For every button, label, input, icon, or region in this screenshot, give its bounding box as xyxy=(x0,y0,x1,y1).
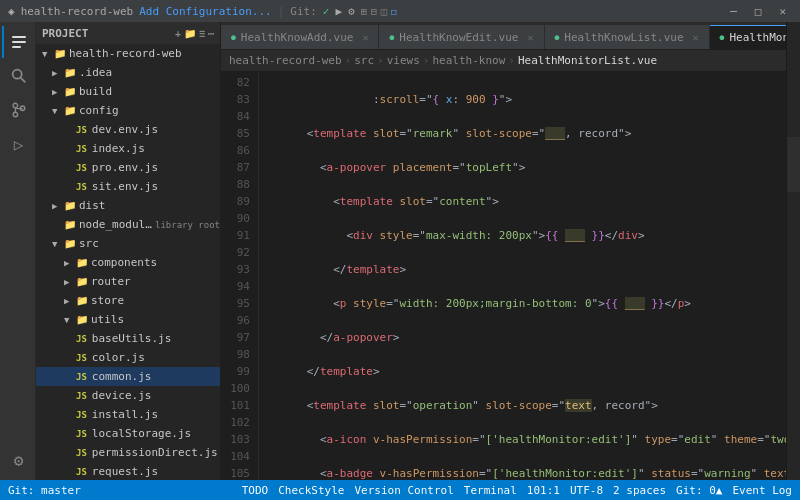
svg-rect-2 xyxy=(12,46,21,48)
tool-icon-3[interactable]: ◫ xyxy=(381,6,387,17)
version-control-status[interactable]: Version Control xyxy=(354,484,453,497)
event-log-status[interactable]: Event Log xyxy=(732,484,792,497)
tree-device[interactable]: JS device.js xyxy=(36,386,220,405)
tree-dev-env[interactable]: JS dev.env.js xyxy=(36,120,220,139)
svg-rect-0 xyxy=(12,36,26,38)
sidebar-header: PROJECT + 📁 ≡ ⋯ xyxy=(36,22,220,44)
tab-healthmonitor-list[interactable]: ● HealthMonitorList.vue ✕ xyxy=(710,25,786,49)
project-name: health-record-web xyxy=(21,5,134,18)
minimap-panel xyxy=(786,22,800,480)
tree-install[interactable]: JS install.js xyxy=(36,405,220,424)
code-viewport[interactable]: 8283848586 8788899091 9293949596 9798991… xyxy=(221,72,786,480)
tree-baseutils[interactable]: JS baseUtils.js xyxy=(36,329,220,348)
tree-common[interactable]: JS common.js xyxy=(36,367,220,386)
tree-build[interactable]: ▶ 📁 build xyxy=(36,82,220,101)
tab-healthknow-edit[interactable]: ● HealthKnowEdit.vue ✕ xyxy=(379,25,544,49)
cursor-position[interactable]: 101:1 xyxy=(527,484,560,497)
git-changes[interactable]: Git: 0▲ xyxy=(676,484,722,497)
title-separator: | xyxy=(278,5,285,18)
indent-settings[interactable]: 2 spaces xyxy=(613,484,666,497)
todo-status[interactable]: TODO xyxy=(242,484,269,497)
line-numbers: 8283848586 8788899091 9293949596 9798991… xyxy=(221,72,259,480)
tree-root[interactable]: ▼ 📁 health-record-web xyxy=(36,44,220,63)
bc-file[interactable]: HealthMonitorList.vue xyxy=(518,54,657,67)
tree-config[interactable]: ▼ 📁 config xyxy=(36,101,220,120)
code-editor: ● HealthKnowAdd.vue ✕ ● HealthKnowEdit.v… xyxy=(221,22,786,480)
tree-components[interactable]: ▶ 📁 components xyxy=(36,253,220,272)
tree-src[interactable]: ▼ 📁 src xyxy=(36,234,220,253)
tree-color[interactable]: JS color.js xyxy=(36,348,220,367)
tool-icon-4[interactable]: ◻ xyxy=(391,6,397,17)
close-btn[interactable]: ✕ xyxy=(773,5,792,18)
tab-healthknow-list[interactable]: ● HealthKnowList.vue ✕ xyxy=(545,25,710,49)
status-left: Git: master xyxy=(8,484,81,497)
settings-icon[interactable]: ⚙ xyxy=(2,444,34,476)
tab-healthknow-add[interactable]: ● HealthKnowAdd.vue ✕ xyxy=(221,25,379,49)
bc-views[interactable]: views xyxy=(387,54,420,67)
code-text[interactable]: :scroll="{ x: 900 }"> <template slot="re… xyxy=(259,72,786,480)
tree-sit-env[interactable]: JS sit.env.js xyxy=(36,177,220,196)
tree-localstorage[interactable]: JS localStorage.js xyxy=(36,424,220,443)
git-icon[interactable] xyxy=(2,94,34,126)
maximize-btn[interactable]: □ xyxy=(749,5,768,18)
terminal-status[interactable]: Terminal xyxy=(464,484,517,497)
new-folder-icon[interactable]: 📁 xyxy=(184,28,196,39)
tree-index-js[interactable]: JS index.js xyxy=(36,139,220,158)
status-right: TODO CheckStyle Version Control Terminal… xyxy=(242,484,792,497)
search-icon[interactable] xyxy=(2,60,34,92)
tool-icon-1[interactable]: ⊞ xyxy=(361,6,367,17)
git-check-icon: ✓ xyxy=(323,5,330,18)
tree-dist[interactable]: ▶ 📁 dist xyxy=(36,196,220,215)
new-file-icon[interactable]: + xyxy=(175,28,181,39)
title-bar: ◈ health-record-web Add Configuration...… xyxy=(0,0,800,22)
tree-router[interactable]: ▶ 📁 router xyxy=(36,272,220,291)
svg-rect-1 xyxy=(12,41,26,43)
git-label: Git: xyxy=(290,5,317,18)
tree-pro-env[interactable]: JS pro.env.js xyxy=(36,158,220,177)
file-tree: ▼ 📁 health-record-web ▶ 📁 .idea ▶ 📁 buil… xyxy=(36,44,220,480)
explorer-icon[interactable] xyxy=(2,26,34,58)
collapse-icon[interactable]: ≡ xyxy=(199,28,205,39)
activity-bar: ▷ ⚙ xyxy=(0,22,36,480)
more-icon[interactable]: ⋯ xyxy=(208,28,214,39)
status-bar: Git: master TODO CheckStyle Version Cont… xyxy=(0,480,800,500)
tree-permission[interactable]: JS permissionDirect.js xyxy=(36,443,220,462)
sidebar-title: PROJECT xyxy=(42,27,88,40)
add-config-btn[interactable]: Add Configuration... xyxy=(139,5,271,18)
svg-line-4 xyxy=(20,78,25,83)
svg-point-6 xyxy=(13,112,18,117)
tree-idea[interactable]: ▶ 📁 .idea xyxy=(36,63,220,82)
debug-icon[interactable]: ⚙ xyxy=(348,5,355,18)
file-explorer-sidebar: PROJECT + 📁 ≡ ⋯ ▼ 📁 health-record-web xyxy=(36,22,221,480)
tree-request[interactable]: JS request.js xyxy=(36,462,220,480)
checkstyle-status[interactable]: CheckStyle xyxy=(278,484,344,497)
run-icon[interactable]: ▶ xyxy=(335,5,342,18)
tree-store[interactable]: ▶ 📁 store xyxy=(36,291,220,310)
app-logo: ◈ xyxy=(8,5,15,18)
tree-node-modules[interactable]: 📁 node_modules library root xyxy=(36,215,220,234)
minimize-btn[interactable]: ─ xyxy=(724,5,743,18)
svg-point-3 xyxy=(12,70,21,79)
bc-health-know[interactable]: health-know xyxy=(432,54,505,67)
debug-run-icon[interactable]: ▷ xyxy=(2,128,34,160)
editor-tab-bar: ● HealthKnowAdd.vue ✕ ● HealthKnowEdit.v… xyxy=(221,22,786,50)
tool-icon-2[interactable]: ⊟ xyxy=(371,6,377,17)
file-encoding[interactable]: UTF-8 xyxy=(570,484,603,497)
svg-point-5 xyxy=(13,103,18,108)
tree-utils[interactable]: ▼ 📁 utils xyxy=(36,310,220,329)
bc-src[interactable]: src xyxy=(354,54,374,67)
git-branch-status[interactable]: Git: master xyxy=(8,484,81,497)
breadcrumb: health-record-web › src › views › health… xyxy=(221,50,786,72)
bc-health-record[interactable]: health-record-web xyxy=(229,54,342,67)
